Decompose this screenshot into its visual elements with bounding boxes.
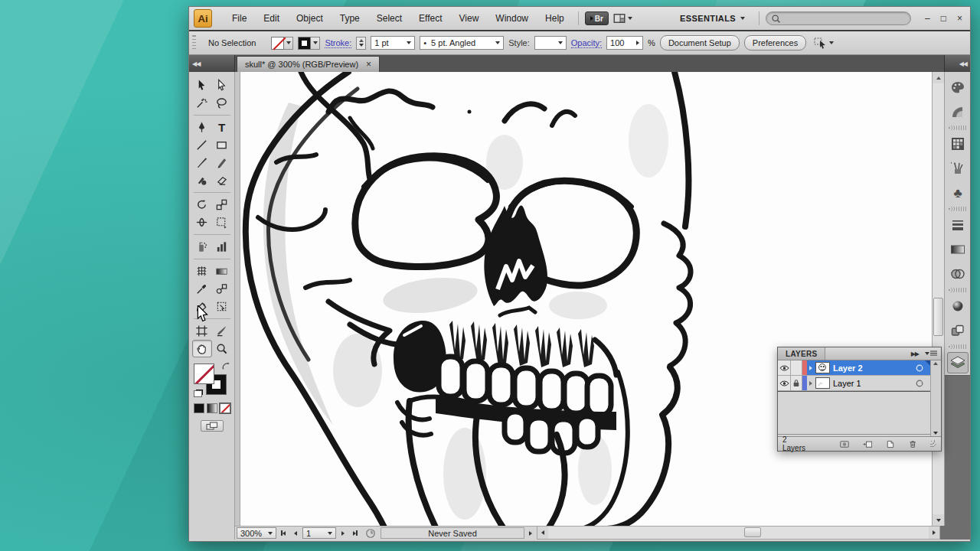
layers-scroll-up[interactable] — [933, 362, 938, 365]
last-artboard-button[interactable] — [350, 527, 361, 539]
go-to-bridge-button[interactable]: Br — [585, 11, 609, 25]
menu-effect[interactable]: Effect — [411, 10, 449, 27]
tools-panel-collapse[interactable]: ◀◀ — [189, 55, 235, 72]
layer-row-1[interactable]: Layer 1 — [778, 376, 930, 391]
rectangle-tool[interactable] — [212, 136, 232, 154]
live-paint-selection-tool[interactable] — [212, 298, 232, 315]
document-canvas[interactable] — [235, 72, 932, 526]
artboard-tool[interactable] — [192, 322, 212, 340]
menu-select[interactable]: Select — [369, 10, 410, 27]
drawing-modes-button[interactable] — [201, 420, 224, 432]
fill-none-swatch[interactable] — [271, 37, 284, 50]
layer-row-2[interactable]: Layer 2 — [778, 360, 930, 376]
default-fill-stroke-icon[interactable] — [194, 390, 202, 397]
scroll-left-button[interactable] — [537, 527, 548, 539]
opacity-input[interactable]: 100 — [606, 36, 643, 50]
layer1-thumbnail[interactable] — [815, 377, 830, 389]
color-mode-button[interactable] — [194, 403, 204, 413]
column-graph-tool[interactable] — [212, 238, 232, 256]
new-sublayer-button[interactable] — [863, 439, 873, 449]
gradient-mode-button[interactable] — [207, 403, 217, 413]
selection-tool[interactable] — [192, 77, 212, 94]
symbol-sprayer-tool[interactable] — [192, 238, 212, 256]
pen-tool[interactable] — [192, 119, 212, 136]
eraser-tool[interactable] — [212, 171, 232, 189]
horizontal-scroll-thumb[interactable] — [744, 527, 761, 537]
close-button[interactable]: × — [957, 15, 962, 22]
menu-file[interactable]: File — [224, 10, 254, 27]
dock-collapse[interactable]: ◀◀ — [944, 55, 970, 72]
delete-layer-button[interactable] — [909, 439, 916, 449]
zoom-level-combo[interactable]: 300% — [237, 527, 276, 539]
maximize-button[interactable]: □ — [941, 15, 946, 22]
color-panel-icon[interactable] — [947, 77, 969, 98]
menu-edit[interactable]: Edit — [256, 10, 287, 27]
stroke-dropdown[interactable] — [311, 37, 320, 50]
layer2-thumbnail[interactable] — [815, 362, 830, 373]
stroke-panel-icon[interactable] — [947, 214, 969, 236]
artboard-navigation-combo[interactable]: 1 — [302, 527, 336, 539]
select-similar-control[interactable] — [814, 37, 834, 49]
paintbrush-tool[interactable] — [192, 154, 212, 171]
first-artboard-button[interactable] — [278, 527, 289, 539]
swap-fill-stroke-icon[interactable] — [221, 362, 230, 370]
blend-tool[interactable] — [212, 280, 232, 298]
workspace-switcher[interactable]: ESSENTIALS — [672, 14, 753, 23]
rotate-tool[interactable] — [192, 196, 212, 214]
layer2-name[interactable]: Layer 2 — [833, 364, 863, 373]
blob-brush-tool[interactable] — [192, 171, 212, 189]
color-guide-panel-icon[interactable] — [947, 101, 969, 122]
graphic-styles-panel-icon[interactable] — [947, 320, 969, 341]
direct-selection-tool[interactable] — [212, 77, 232, 94]
menu-object[interactable]: Object — [289, 10, 331, 27]
search-input[interactable] — [766, 11, 911, 25]
layer1-visibility-toggle[interactable] — [778, 376, 791, 390]
scroll-down-button[interactable] — [933, 514, 944, 526]
opacity-link[interactable]: Opacity: — [571, 38, 602, 48]
line-segment-tool[interactable] — [192, 136, 212, 154]
menu-type[interactable]: Type — [332, 10, 368, 27]
layers-menu-icon[interactable] — [925, 350, 937, 357]
layer1-name[interactable]: Layer 1 — [833, 379, 861, 388]
eyedropper-tool[interactable] — [192, 280, 212, 298]
make-clipping-mask-button[interactable] — [840, 439, 849, 449]
scroll-right-button[interactable] — [929, 527, 939, 539]
vertical-scroll-thumb[interactable] — [933, 298, 943, 336]
document-tab-close-icon[interactable]: × — [366, 59, 371, 70]
mesh-tool[interactable] — [192, 262, 212, 280]
layers-tab[interactable]: LAYERS — [778, 347, 825, 360]
type-tool[interactable]: T — [212, 119, 232, 136]
free-transform-tool[interactable] — [212, 214, 232, 231]
stroke-panel-link[interactable]: Stroke: — [325, 38, 351, 48]
new-layer-button[interactable] — [886, 439, 894, 449]
symbols-panel-icon[interactable]: ♣ — [947, 182, 969, 204]
brush-definition-combo[interactable]: • 5 pt. Angled — [420, 36, 504, 50]
slice-tool[interactable] — [212, 322, 232, 340]
layer2-disclosure-triangle[interactable] — [809, 366, 812, 370]
layers-scroll-down[interactable] — [933, 432, 938, 435]
control-bar-grip[interactable] — [192, 34, 196, 51]
layer2-target-icon[interactable] — [916, 364, 923, 372]
gradient-panel-icon[interactable] — [947, 239, 969, 260]
none-mode-button[interactable] — [220, 403, 230, 413]
layer1-target-icon[interactable] — [916, 380, 923, 387]
menu-help[interactable]: Help — [537, 10, 572, 27]
zoom-tool[interactable] — [212, 340, 232, 357]
minimize-button[interactable]: – — [925, 15, 930, 22]
transparency-panel-icon[interactable] — [947, 263, 969, 285]
app-logo-icon[interactable]: Ai — [194, 9, 212, 28]
layer1-lock-toggle[interactable] — [791, 376, 802, 390]
previous-artboard-button[interactable] — [290, 527, 301, 539]
stroke-weight-stepper[interactable] — [356, 37, 366, 50]
brushes-panel-icon[interactable] — [947, 158, 969, 179]
stroke-weight-combo[interactable]: 1 pt — [371, 36, 415, 50]
swatches-panel-icon[interactable] — [947, 133, 969, 155]
layers-scrollbar[interactable] — [930, 360, 941, 436]
status-menu-arrow[interactable] — [529, 531, 532, 536]
menu-window[interactable]: Window — [488, 10, 536, 27]
document-setup-button[interactable]: Document Setup — [660, 35, 740, 51]
layer1-disclosure-triangle[interactable] — [809, 381, 812, 386]
horizontal-scrollbar[interactable] — [537, 526, 940, 540]
layers-resize-grip[interactable] — [930, 440, 936, 448]
gradient-tool[interactable] — [212, 262, 232, 280]
